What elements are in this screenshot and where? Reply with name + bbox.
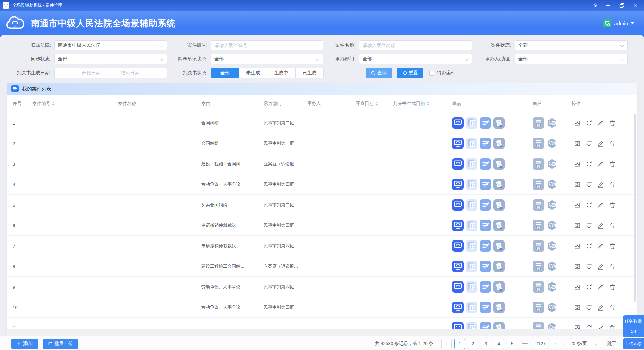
judgment-doc-icon[interactable]: 判 — [533, 302, 544, 313]
case-name-input[interactable] — [363, 41, 468, 50]
courtroom-screen-icon[interactable] — [452, 220, 464, 231]
note-edit-icon[interactable] — [480, 281, 491, 293]
delete-icon[interactable] — [609, 140, 616, 147]
courtroom-screen-icon[interactable] — [452, 240, 464, 252]
search-button[interactable]: 查询 — [366, 68, 392, 78]
ai-push-icon[interactable]: 推 — [546, 158, 558, 170]
sync-icon[interactable] — [585, 222, 593, 229]
document-sign-icon[interactable] — [493, 117, 505, 129]
edit-icon[interactable] — [597, 181, 604, 188]
sync-icon[interactable] — [585, 181, 593, 188]
judgment-doc-icon[interactable]: 判 — [533, 281, 544, 293]
ai-push-icon[interactable]: 推 — [546, 199, 558, 211]
add-button[interactable]: 添加 — [11, 339, 38, 349]
note-edit-icon[interactable] — [480, 261, 491, 272]
segment-generated[interactable]: 已生成 — [296, 68, 324, 78]
ai-push-icon[interactable]: 推 — [546, 117, 558, 129]
last-page-button[interactable]: 2127 — [533, 339, 548, 349]
segment-generating[interactable]: 生成中 — [267, 68, 296, 78]
sync-icon[interactable] — [585, 140, 593, 147]
case-panels-icon[interactable] — [466, 158, 477, 170]
delete-icon[interactable] — [609, 283, 616, 291]
case-panels-icon[interactable] — [466, 302, 477, 313]
document-sign-icon[interactable] — [493, 281, 505, 293]
edit-icon[interactable] — [597, 304, 604, 311]
delete-icon[interactable] — [609, 222, 616, 229]
ai-push-icon[interactable]: 推 — [546, 179, 558, 190]
note-edit-icon[interactable] — [480, 302, 491, 313]
courtroom-screen-icon[interactable] — [452, 261, 464, 272]
case-panels-icon[interactable] — [466, 179, 477, 190]
delete-icon[interactable] — [609, 263, 616, 270]
sort-icon[interactable] — [427, 102, 429, 106]
undertaker-select[interactable]: 全部 — [515, 54, 628, 64]
todo-checkbox[interactable] — [429, 71, 434, 76]
sync-icon[interactable] — [585, 201, 593, 209]
edit-icon[interactable] — [597, 119, 604, 127]
note-edit-icon[interactable] — [480, 199, 491, 211]
archive-box-icon[interactable] — [574, 181, 581, 188]
page-button[interactable]: 5 — [507, 339, 517, 349]
archive-box-icon[interactable] — [574, 242, 581, 250]
note-edit-icon[interactable] — [480, 322, 491, 329]
case-panels-icon[interactable] — [466, 199, 477, 211]
delete-icon[interactable] — [609, 201, 616, 209]
note-edit-icon[interactable] — [480, 240, 491, 252]
sync-icon[interactable] — [585, 160, 593, 168]
document-sign-icon[interactable] — [493, 158, 505, 170]
case-panels-icon[interactable] — [466, 138, 477, 149]
sync-icon[interactable] — [585, 242, 593, 250]
note-edit-icon[interactable] — [480, 138, 491, 149]
edit-icon[interactable] — [597, 160, 604, 168]
delete-icon[interactable] — [609, 304, 616, 311]
courtroom-screen-icon[interactable] — [452, 322, 464, 329]
note-edit-icon[interactable] — [480, 220, 491, 231]
case-panels-icon[interactable] — [466, 322, 477, 329]
edit-icon[interactable] — [597, 201, 604, 209]
courtroom-screen-icon[interactable] — [452, 179, 464, 190]
case-status-select[interactable]: 全部 — [515, 40, 628, 50]
maximize-icon[interactable] — [616, 1, 627, 10]
document-sign-icon[interactable] — [493, 220, 505, 231]
courtroom-screen-icon[interactable] — [452, 138, 464, 149]
sync-icon[interactable] — [585, 324, 593, 329]
note-edit-icon[interactable] — [480, 179, 491, 190]
archive-box-icon[interactable] — [574, 140, 581, 147]
case-no-input[interactable] — [214, 41, 320, 50]
sort-icon[interactable] — [52, 102, 55, 106]
courtroom-screen-icon[interactable] — [452, 302, 464, 313]
archive-box-icon[interactable] — [574, 324, 581, 329]
archive-box-icon[interactable] — [574, 160, 581, 168]
belong-court-select[interactable]: 南通市中级人民法院 — [54, 40, 167, 50]
page-button[interactable]: 3 — [481, 339, 491, 349]
courtroom-screen-icon[interactable] — [452, 281, 464, 293]
page-button[interactable]: 2 — [468, 339, 478, 349]
judgment-doc-icon[interactable]: 判 — [533, 158, 544, 170]
document-sign-icon[interactable] — [493, 302, 505, 313]
ai-push-icon[interactable]: 推 — [546, 220, 558, 231]
next-page-button[interactable]: › — [551, 339, 561, 349]
document-sign-icon[interactable] — [493, 322, 505, 329]
judgment-doc-icon[interactable]: 判 — [533, 220, 544, 231]
case-panels-icon[interactable] — [466, 220, 477, 231]
delete-icon[interactable] — [609, 242, 616, 250]
archive-box-icon[interactable] — [574, 222, 581, 229]
judgment-date-range[interactable]: 开始日期 ~ 结束日期 — [54, 68, 167, 78]
document-sign-icon[interactable] — [493, 240, 505, 252]
delete-icon[interactable] — [609, 324, 616, 329]
judgment-doc-icon[interactable]: 判 — [533, 261, 544, 272]
delete-icon[interactable] — [609, 119, 616, 127]
close-icon[interactable] — [629, 1, 641, 10]
courtroom-screen-icon[interactable] — [452, 158, 464, 170]
sync-status-select[interactable]: 全部 — [54, 54, 167, 64]
upload-record-badge[interactable]: 上传记录 — [623, 338, 644, 349]
case-panels-icon[interactable] — [466, 281, 477, 293]
prev-page-button[interactable]: ‹ — [441, 339, 452, 349]
batch-upload-button[interactable]: 批量上传 — [43, 339, 78, 349]
judgment-doc-icon[interactable]: 判 — [533, 199, 544, 211]
archive-box-icon[interactable] — [574, 119, 581, 127]
segment-all[interactable]: 全部 — [211, 68, 239, 78]
reading-note-status-select[interactable]: 全部 — [211, 54, 323, 64]
edit-icon[interactable] — [597, 283, 604, 291]
column-header-sortable[interactable]: 开庭日期 — [356, 101, 393, 107]
